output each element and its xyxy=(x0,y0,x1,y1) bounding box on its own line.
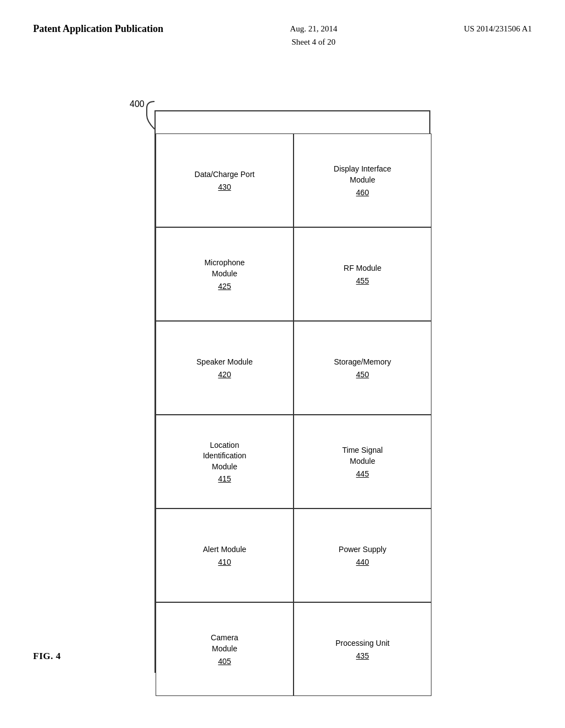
cell-number-440: 440 xyxy=(356,558,369,566)
cell-label-435: Processing Unit xyxy=(335,638,390,649)
cell-label-450: Storage/Memory xyxy=(334,357,391,368)
bracket-svg xyxy=(145,100,156,131)
page-header: Patent Application Publication Aug. 21, … xyxy=(0,0,565,60)
cell-microphone-module: MicrophoneModule 425 xyxy=(156,227,294,321)
module-grid: Data/Charge Port 430 Display InterfaceMo… xyxy=(156,133,431,696)
cell-storage-memory: Storage/Memory 450 xyxy=(294,321,431,415)
diagram-label-400: 400 xyxy=(130,99,145,109)
patent-number: US 2014/231506 A1 xyxy=(464,22,532,35)
sheet-info: Aug. 21, 2014 Sheet 4 of 20 xyxy=(290,22,337,49)
diagram-border: Data/Charge Port 430 Display InterfaceMo… xyxy=(154,110,430,673)
cell-label-430: Data/Charge Port xyxy=(195,169,255,180)
diagram-container: 400 Data/Charge Port 430 Display Interfa… xyxy=(154,88,441,684)
cell-label-425: MicrophoneModule xyxy=(204,258,244,279)
cell-number-455: 455 xyxy=(356,276,369,285)
cell-label-405: CameraModule xyxy=(211,633,238,654)
cell-label-445: Time SignalModule xyxy=(342,445,382,467)
cell-label-440: Power Supply xyxy=(339,544,386,555)
cell-processing-unit: Processing Unit 435 xyxy=(294,602,431,696)
date-label: Aug. 21, 2014 xyxy=(290,24,337,33)
cell-number-420: 420 xyxy=(218,370,231,379)
cell-rf-module: RF Module 455 xyxy=(294,227,431,321)
cell-label-455: RF Module xyxy=(344,263,381,274)
cell-number-460: 460 xyxy=(356,188,369,197)
cell-number-410: 410 xyxy=(218,558,231,566)
figure-label: FIG. 4 xyxy=(33,651,61,662)
cell-label-460: Display InterfaceModule xyxy=(334,164,391,185)
cell-camera-module: CameraModule 405 xyxy=(156,602,294,696)
cell-number-435: 435 xyxy=(356,651,369,660)
cell-display-interface: Display InterfaceModule 460 xyxy=(294,133,431,227)
cell-label-420: Speaker Module xyxy=(196,357,253,368)
cell-number-405: 405 xyxy=(218,657,231,666)
cell-number-430: 430 xyxy=(218,183,231,191)
publication-title: Patent Application Publication xyxy=(33,22,163,36)
cell-data-charge-port: Data/Charge Port 430 xyxy=(156,133,294,227)
cell-alert-module: Alert Module 410 xyxy=(156,508,294,602)
cell-label-410: Alert Module xyxy=(203,544,247,555)
cell-number-425: 425 xyxy=(218,282,231,291)
cell-location-identification: LocationIdentificationModule 415 xyxy=(156,415,294,508)
cell-number-445: 445 xyxy=(356,469,369,478)
cell-power-supply: Power Supply 440 xyxy=(294,508,431,602)
cell-speaker-module: Speaker Module 420 xyxy=(156,321,294,415)
cell-number-450: 450 xyxy=(356,370,369,379)
cell-label-415: LocationIdentificationModule xyxy=(203,440,247,473)
sheet-label: Sheet 4 of 20 xyxy=(292,38,336,46)
cell-number-415: 415 xyxy=(218,474,231,483)
cell-time-signal: Time SignalModule 445 xyxy=(294,415,431,508)
